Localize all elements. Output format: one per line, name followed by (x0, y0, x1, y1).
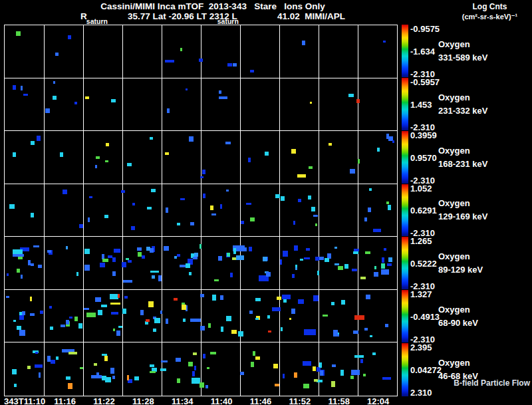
time-gridline (319, 131, 319, 184)
time-gridline (319, 290, 319, 342)
data-point (251, 362, 254, 368)
data-point (31, 141, 35, 145)
time-gridline (44, 342, 45, 396)
time-gridline (279, 131, 280, 184)
data-point (104, 215, 109, 218)
data-point (344, 264, 348, 268)
data-point (105, 377, 111, 383)
data-point (302, 41, 305, 45)
data-point (56, 356, 59, 360)
spectrogram-panel-68-90-keV (5, 290, 397, 343)
colorbar (402, 78, 408, 130)
colorbar-legend: Log Cnts (cm²-sr-s-keV)⁻¹ (448, 2, 532, 22)
data-point (297, 174, 306, 178)
data-point (268, 331, 272, 333)
time-gridline (240, 25, 241, 78)
data-point (233, 248, 236, 254)
data-point (386, 202, 389, 205)
data-point (190, 319, 201, 322)
data-point (118, 326, 123, 328)
data-point (94, 363, 98, 365)
data-point (177, 223, 181, 225)
time-tick-label: 11:22 (84, 396, 124, 405)
time-gridline (162, 184, 162, 237)
data-point (303, 361, 311, 366)
l-shell-value: 41.02 MIMI/APL (277, 11, 345, 21)
data-point (112, 271, 116, 276)
data-point (199, 59, 203, 63)
data-point (35, 364, 43, 368)
colorbar-mid-label: 0.5222 (410, 259, 437, 269)
energy-range: 168-231 keV (438, 158, 532, 171)
data-point (353, 331, 358, 334)
data-point (354, 355, 364, 358)
colorbar (402, 290, 408, 342)
data-point (300, 259, 303, 261)
time-gridline (44, 237, 45, 289)
data-point (104, 356, 108, 361)
energy-range: 68-90 keV (438, 317, 532, 330)
data-point (19, 330, 25, 336)
time-tick-label: 11:46 (241, 396, 281, 405)
panel-label: Oxygen89-129 keV (438, 237, 532, 290)
time-gridline (279, 78, 280, 131)
time-gridline (44, 290, 45, 342)
species-name: Oxygen (438, 38, 532, 51)
data-point (17, 326, 22, 330)
data-point (358, 159, 360, 164)
data-point (53, 96, 57, 100)
colorbar-legend-title: Log Cnts (448, 2, 532, 12)
data-point (275, 194, 280, 198)
data-point (192, 371, 195, 377)
data-point (334, 247, 337, 249)
time-gridline (83, 184, 84, 237)
data-point (200, 326, 205, 330)
data-point (138, 252, 142, 257)
data-point (214, 279, 219, 282)
colorbar (402, 343, 408, 396)
data-point (121, 190, 125, 193)
data-point (12, 369, 17, 375)
data-point (182, 303, 185, 305)
data-point (210, 352, 216, 354)
data-point (110, 303, 120, 305)
data-point (313, 295, 319, 301)
data-point (350, 376, 354, 380)
data-point (13, 85, 16, 89)
data-point (200, 294, 205, 297)
data-point (212, 295, 216, 301)
data-point (231, 330, 237, 334)
data-point (66, 320, 70, 325)
data-point (114, 249, 120, 253)
time-gridline (319, 184, 319, 237)
spectrogram-panel-46-68-keV (5, 342, 397, 396)
colorbar-max-label: 1.265 (410, 236, 432, 246)
data-point (180, 198, 185, 201)
data-point (283, 374, 285, 378)
data-point (176, 358, 182, 362)
data-point (22, 311, 25, 315)
data-point (275, 384, 279, 386)
data-point (325, 258, 330, 262)
data-point (249, 247, 252, 251)
data-point (348, 94, 354, 97)
data-point (333, 330, 338, 335)
data-point (363, 374, 366, 376)
data-point (38, 265, 42, 268)
data-point (203, 354, 205, 358)
time-gridline (240, 184, 241, 237)
data-point (227, 63, 232, 67)
data-point (377, 148, 380, 152)
panel-label: Oxygen231-332 keV (438, 78, 532, 131)
colorbar-max-label: 2.395 (410, 342, 432, 352)
time-gridline (201, 290, 201, 342)
colorbar-mid-label: 0.6291 (410, 205, 437, 215)
data-point (250, 70, 254, 72)
data-point (334, 263, 339, 266)
data-point (47, 250, 51, 253)
time-gridline (358, 25, 358, 78)
colorbar (402, 184, 408, 237)
time-gridline (122, 290, 123, 342)
data-point (202, 170, 205, 174)
data-point (9, 204, 15, 209)
